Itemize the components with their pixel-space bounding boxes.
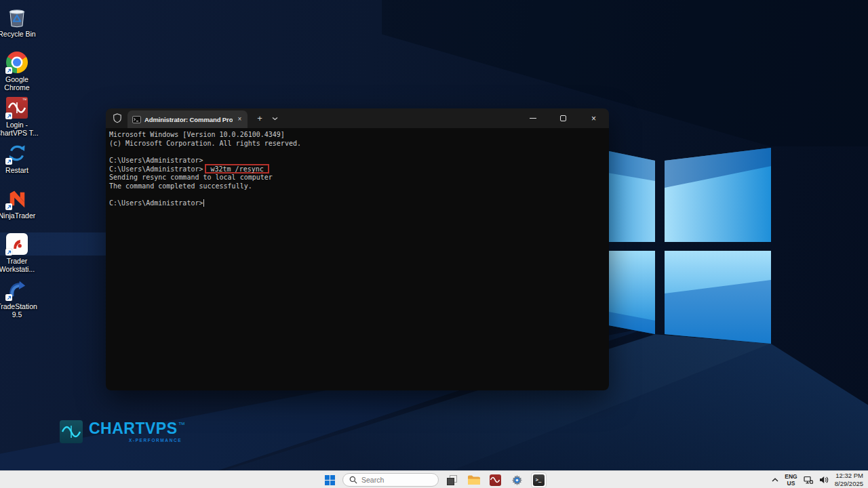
taskbar-clock[interactable]: 12:32 PM 8/29/2025: [835, 472, 863, 488]
maximize-button[interactable]: [548, 108, 578, 128]
shortcut-arrow-icon: [5, 249, 12, 256]
desktop-icon-label: Trader Workstati...: [0, 257, 39, 274]
highlighted-command-annotation: w32tm /resync: [205, 164, 269, 174]
chartvps-watermark: CHARTVPS TM X-PERFORMANCE: [60, 420, 184, 443]
watermark-tm: TM: [179, 422, 185, 426]
taskbar-desktops-button[interactable]: [443, 471, 460, 488]
shortcut-arrow-icon: [5, 67, 12, 74]
file-explorer-icon: [467, 474, 480, 485]
taskbar-file-explorer-button[interactable]: [465, 471, 482, 488]
taskbar-settings-button[interactable]: [508, 471, 526, 488]
desktop-icon-restart[interactable]: Restart: [0, 142, 39, 174]
taskbar-search[interactable]: [342, 473, 439, 487]
taskbar: >_ ENG US: [0, 470, 868, 488]
desktop-icon-label: NinjaTrader: [0, 211, 35, 220]
shortcut-arrow-icon: [5, 203, 12, 210]
console-blank-line: [109, 147, 609, 156]
tray-date: 8/29/2025: [835, 480, 863, 488]
desktop-icon-recycle-bin[interactable]: Recycle Bin: [0, 5, 39, 38]
language-indicator[interactable]: ENG US: [785, 473, 797, 487]
watermark-brand: CHARTVPS: [89, 421, 178, 436]
restart-icon: [5, 142, 28, 165]
console-line: The command completed successfully.: [109, 182, 609, 190]
tray-time: 12:32 PM: [835, 472, 863, 480]
search-input[interactable]: [361, 476, 429, 484]
admin-shield-icon: [113, 113, 122, 123]
search-icon: [349, 476, 357, 484]
volume-icon[interactable]: [819, 476, 829, 484]
desktop-icon-login-chartvps[interactable]: TM Login - ChartVPS T...: [0, 96, 39, 138]
tradestation-icon: [5, 278, 28, 301]
desktop-icon-ninjatrader[interactable]: NinjaTrader: [0, 187, 39, 220]
trader-workstation-icon: [5, 232, 28, 256]
desktop-icon-label: Restart: [5, 166, 28, 174]
desktop-icon-trader-workstation[interactable]: Trader Workstati...: [0, 232, 39, 274]
shortcut-arrow-icon: [5, 158, 12, 165]
close-button[interactable]: ×: [578, 108, 609, 128]
desktop-icon-label: TradeStation 9.5: [0, 302, 39, 319]
taskbar-chartvps-button[interactable]: [486, 471, 504, 488]
terminal-tab[interactable]: Administrator: Command Pro ×: [127, 110, 248, 128]
console-line: Sending resync command to local computer: [109, 173, 609, 182]
console-line: (c) Microsoft Corporation. All rights re…: [109, 139, 609, 148]
chartvps-icon: [490, 474, 501, 486]
tab-close-icon[interactable]: ×: [236, 116, 243, 123]
console-active-prompt: C:\Users\Administrator>: [109, 199, 609, 208]
cmd-icon: [132, 116, 141, 123]
new-tab-button[interactable]: +: [257, 114, 262, 123]
console-blank-line: [109, 190, 609, 199]
console-command-line: C:\Users\Administrator>w32tm /resync: [109, 165, 609, 174]
console-output[interactable]: Microsoft Windows [Version 10.0.26100.43…: [106, 128, 609, 390]
minimize-button[interactable]: [517, 108, 548, 128]
ninjatrader-icon: [5, 187, 28, 210]
shortcut-arrow-icon: [5, 113, 12, 119]
chrome-icon: [5, 51, 28, 74]
terminal-icon: >_: [533, 474, 545, 486]
windows-start-button[interactable]: [321, 471, 338, 488]
desktop-icon-google-chrome[interactable]: Google Chrome: [0, 51, 39, 92]
settings-gear-icon: [511, 474, 523, 486]
watermark-subtitle: X-PERFORMANCE: [129, 438, 182, 443]
screen: Recycle Bin Google Chrome TM Login - Cha…: [0, 0, 868, 488]
terminal-window: Administrator: Command Pro × + × Microso…: [106, 108, 609, 390]
terminal-titlebar[interactable]: Administrator: Command Pro × + ×: [106, 108, 609, 128]
network-icon[interactable]: [804, 476, 813, 485]
recycle-bin-icon: [5, 5, 28, 28]
chartvps-login-icon: TM: [5, 96, 28, 119]
text-cursor: [203, 199, 204, 207]
chartvps-wave-icon: [60, 420, 83, 443]
desktop-icon-label: Recycle Bin: [0, 30, 36, 38]
desktop-icon-tradestation[interactable]: TradeStation 9.5: [0, 278, 39, 319]
tab-title: Administrator: Command Pro: [144, 116, 233, 123]
desktop-icon-label: Google Chrome: [0, 75, 39, 92]
shortcut-arrow-icon: [5, 294, 12, 301]
taskbar-terminal-button[interactable]: >_: [530, 471, 547, 488]
console-line: Microsoft Windows [Version 10.0.26100.43…: [109, 130, 609, 139]
tray-chevron-icon[interactable]: [772, 478, 778, 482]
terminal-active-indicator: >_: [531, 472, 547, 488]
desktops-icon: [447, 475, 457, 485]
tab-dropdown-icon[interactable]: [272, 117, 278, 121]
console-prompt-line: C:\Users\Administrator>: [109, 156, 609, 165]
desktop-icon-label: Login - ChartVPS T...: [0, 121, 39, 138]
system-tray: ENG US 12:32 PM: [772, 471, 863, 488]
